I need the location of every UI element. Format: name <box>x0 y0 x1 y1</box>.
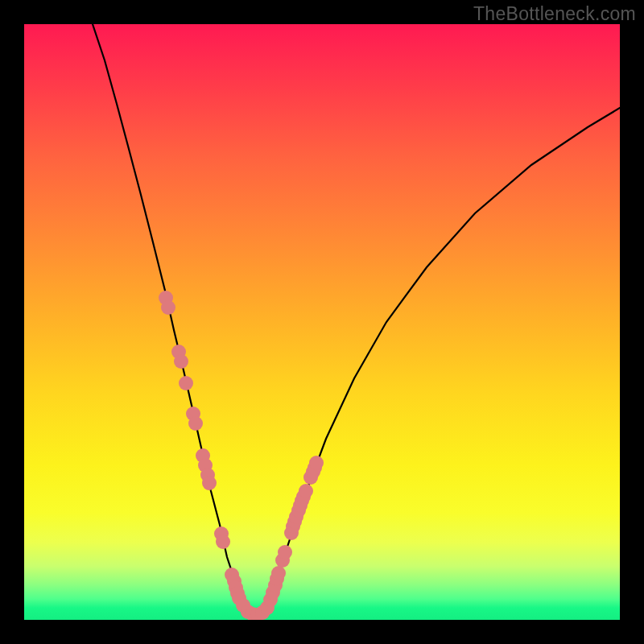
data-point <box>309 456 324 470</box>
bottleneck-curve-line <box>93 24 620 615</box>
data-point <box>278 545 292 559</box>
data-point-markers <box>159 291 324 620</box>
data-point <box>202 476 217 490</box>
data-point <box>161 300 175 315</box>
chart-frame: TheBottleneck.com <box>0 0 644 644</box>
data-point <box>271 566 286 580</box>
data-point <box>188 416 203 431</box>
chart-svg <box>24 24 620 620</box>
watermark-text: TheBottleneck.com <box>473 3 636 25</box>
chart-plot-area <box>24 24 620 620</box>
data-point <box>174 354 188 369</box>
data-point <box>179 376 193 390</box>
data-point <box>299 484 313 498</box>
data-point <box>216 535 230 549</box>
